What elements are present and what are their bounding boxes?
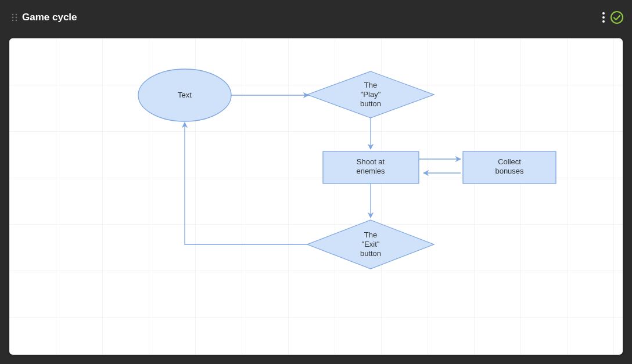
svg-point-6 [602, 12, 605, 15]
node-collect[interactable]: Collect bonuses [463, 152, 556, 183]
grip-icon[interactable] [12, 13, 17, 21]
page-title: Game cycle [22, 12, 602, 23]
more-icon[interactable] [602, 12, 605, 23]
node-collect-label-2: bonuses [495, 167, 524, 175]
node-shoot-label-1: Shoot at [357, 157, 385, 166]
node-play-label-3: button [360, 99, 381, 108]
node-shoot-label-2: enemies [356, 167, 385, 175]
svg-point-3 [16, 17, 17, 19]
node-play-label-2: "Play" [361, 90, 381, 99]
svg-point-4 [12, 20, 14, 21]
svg-point-5 [16, 20, 17, 21]
node-exit-label-2: "Exit" [362, 240, 380, 248]
flowchart-svg: Text The "Play" button Shoot at enemies … [9, 38, 623, 355]
node-play-label-1: The [364, 81, 377, 89]
diagram-canvas[interactable]: Text The "Play" button Shoot at enemies … [9, 38, 623, 355]
check-circle-icon[interactable] [610, 10, 624, 24]
node-start-label: Text [178, 91, 192, 99]
svg-point-1 [16, 14, 17, 16]
svg-point-9 [611, 12, 623, 23]
svg-point-0 [12, 14, 14, 16]
node-exit-label-1: The [364, 230, 377, 239]
header-actions [602, 10, 624, 24]
header-bar: Game cycle [0, 0, 632, 35]
node-exit-label-3: button [360, 249, 381, 258]
svg-point-2 [12, 17, 14, 19]
svg-point-8 [602, 20, 605, 23]
grid-background [9, 38, 623, 355]
node-shoot[interactable]: Shoot at enemies [323, 152, 419, 183]
node-start[interactable]: Text [138, 69, 231, 121]
node-collect-label-1: Collect [498, 157, 521, 166]
svg-point-7 [602, 16, 605, 19]
